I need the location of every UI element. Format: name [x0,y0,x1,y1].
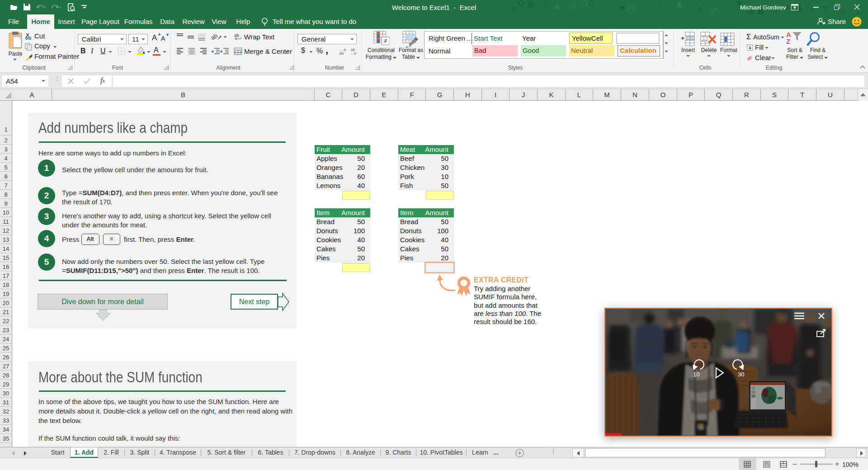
svg-text:10: 10 [693,371,699,378]
svg-text:.00: .00 [339,52,344,55]
svg-text:30: 30 [738,371,744,378]
svg-text:ab: ab [212,33,219,42]
svg-text:→.0: →.0 [349,52,356,55]
svg-text:≠: ≠ [384,37,387,44]
svg-text:ab: ab [234,33,240,38]
